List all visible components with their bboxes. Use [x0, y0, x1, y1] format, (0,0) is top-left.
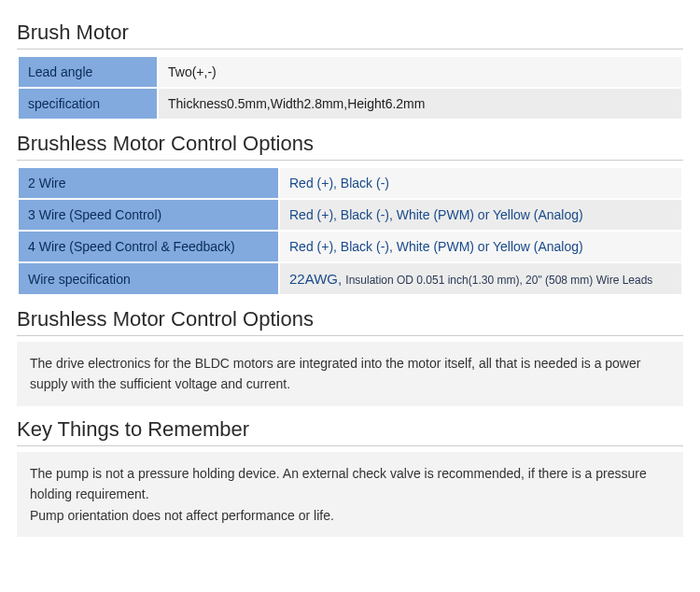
brushless-info-box: The drive electronics for the BLDC motor… — [17, 342, 683, 406]
wire-spec-sub: Insulation OD 0.051 inch(1.30 mm), 20" (… — [345, 274, 652, 287]
cell-value: Thickness0.5mm,Width2.8mm,Height6.2mm — [158, 88, 682, 120]
cell-label: 2 Wire — [18, 167, 279, 199]
cell-value: Red (+), Black (-) — [279, 167, 682, 199]
cell-value: Two(+,-) — [158, 56, 682, 88]
brushless-options-table: 2 Wire Red (+), Black (-) 3 Wire (Speed … — [17, 166, 683, 296]
key-things-info-box: The pump is not a pressure holding devic… — [17, 452, 683, 537]
cell-value: Red (+), Black (-), White (PWM) or Yello… — [279, 231, 682, 262]
cell-value: 22AWG, Insulation OD 0.051 inch(1.30 mm)… — [279, 262, 682, 295]
cell-value: Red (+), Black (-), White (PWM) or Yello… — [279, 199, 682, 231]
table-row: 3 Wire (Speed Control) Red (+), Black (-… — [18, 199, 682, 231]
cell-label: 3 Wire (Speed Control) — [18, 199, 279, 231]
brush-motor-table: Lead angle Two(+,-) specification Thickn… — [17, 55, 683, 120]
info-text-line: Pump orientation does not affect perform… — [30, 505, 670, 526]
wire-spec-main: 22AWG, — [289, 271, 345, 287]
table-row: specification Thickness0.5mm,Width2.8mm,… — [18, 88, 682, 120]
section-title-key-things: Key Things to Remember — [17, 417, 683, 446]
cell-label: 4 Wire (Speed Control & Feedback) — [18, 231, 279, 262]
section-title-brushless-text: Brushless Motor Control Options — [17, 307, 683, 336]
cell-label: Wire specification — [18, 262, 279, 295]
table-row: Wire specification 22AWG, Insulation OD … — [18, 262, 682, 295]
section-title-brush-motor: Brush Motor — [17, 21, 683, 49]
cell-label: specification — [18, 88, 158, 120]
cell-label: Lead angle — [18, 56, 158, 88]
table-row: 4 Wire (Speed Control & Feedback) Red (+… — [18, 231, 682, 262]
info-text-line: The pump is not a pressure holding devic… — [30, 463, 670, 505]
info-text: The drive electronics for the BLDC motor… — [30, 356, 640, 391]
table-row: Lead angle Two(+,-) — [18, 56, 682, 88]
section-title-brushless-table: Brushless Motor Control Options — [17, 132, 683, 161]
table-row: 2 Wire Red (+), Black (-) — [18, 167, 682, 199]
